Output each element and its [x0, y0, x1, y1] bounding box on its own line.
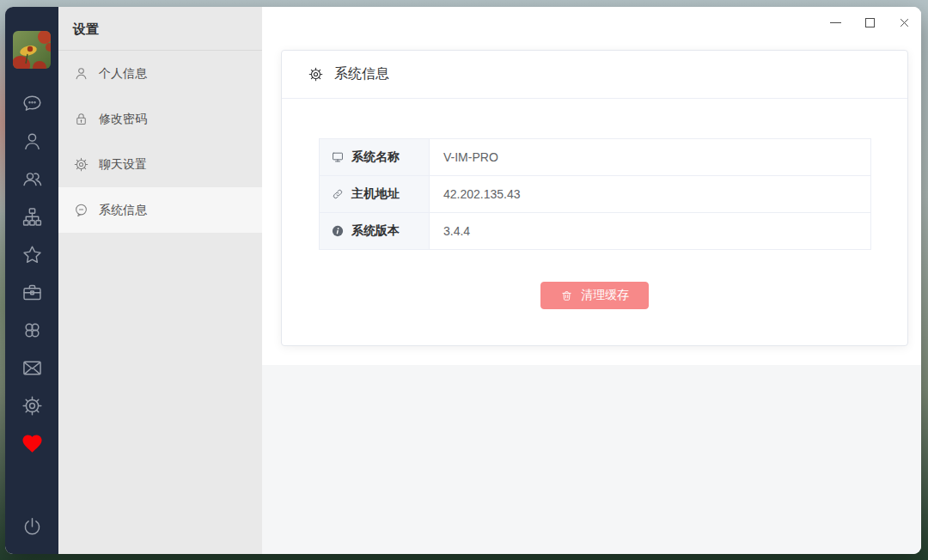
- monitor-icon: [331, 150, 345, 164]
- nav-rail: [5, 7, 58, 554]
- sidebar-item-personal-info[interactable]: 个人信息: [58, 51, 262, 96]
- org-tree-icon[interactable]: [13, 198, 51, 235]
- table-row: 主机地址 42.202.135.43: [320, 176, 870, 213]
- system-info-table: 系统名称 V-IM-PRO 主机地址 42.202.135.43 系统版本: [319, 138, 871, 250]
- sidebar-item-system-info[interactable]: 系统信息: [58, 187, 262, 233]
- maximize-button[interactable]: [863, 15, 876, 29]
- workspace-briefcase-icon[interactable]: [13, 273, 51, 311]
- lock-icon: [73, 111, 89, 127]
- table-row: 系统名称 V-IM-PRO: [320, 139, 870, 176]
- settings-gear-icon[interactable]: [13, 387, 51, 424]
- contacts-icon[interactable]: [13, 122, 51, 160]
- apps-icon[interactable]: [13, 311, 51, 349]
- clear-cache-button[interactable]: 清理缓存: [540, 282, 649, 309]
- button-row: 清理缓存: [282, 282, 907, 309]
- mail-icon[interactable]: [13, 349, 51, 387]
- row-label-cell: 主机地址: [320, 176, 430, 212]
- groups-icon[interactable]: [13, 160, 51, 198]
- favorites-star-icon[interactable]: [13, 235, 51, 273]
- app-window: 设置 个人信息 修改密码 聊天设置 系统信息 系统信息: [5, 7, 921, 554]
- sidebar-item-label: 修改密码: [99, 112, 147, 127]
- row-value: 42.202.135.43: [430, 176, 870, 212]
- power-icon[interactable]: [13, 508, 51, 545]
- avatar-image: [13, 31, 51, 69]
- clear-cache-label: 清理缓存: [581, 288, 629, 303]
- window-controls: [828, 15, 911, 29]
- sidebar-item-label: 个人信息: [99, 66, 147, 82]
- card-header: 系统信息: [282, 51, 907, 99]
- gear-icon: [73, 156, 89, 173]
- minimize-button[interactable]: [828, 15, 842, 29]
- user-icon: [73, 65, 89, 82]
- close-button[interactable]: [897, 15, 911, 29]
- main-content: 系统信息 系统名称 V-IM-PRO 主机地址 42.202.135.43: [262, 7, 921, 554]
- avatar[interactable]: [13, 31, 51, 69]
- sidebar-item-chat-settings[interactable]: 聊天设置: [58, 142, 262, 187]
- heart-icon[interactable]: [13, 424, 51, 462]
- sidebar-item-label: 聊天设置: [99, 157, 147, 173]
- row-value: V-IM-PRO: [430, 139, 870, 175]
- link-icon: [331, 187, 345, 201]
- chat-icon[interactable]: [13, 84, 51, 122]
- info-icon: [331, 224, 345, 238]
- comment-icon: [73, 202, 89, 218]
- minimize-icon: [830, 22, 841, 23]
- close-icon: [899, 17, 910, 28]
- sidebar-title: 设置: [58, 7, 262, 51]
- rail-nav: [13, 84, 51, 462]
- row-label-cell: 系统版本: [320, 213, 430, 249]
- system-info-card: 系统信息 系统名称 V-IM-PRO 主机地址 42.202.135.43: [281, 50, 908, 346]
- row-value: 3.4.4: [430, 213, 870, 249]
- gear-icon: [308, 66, 324, 82]
- trash-icon: [560, 289, 573, 302]
- maximize-icon: [865, 18, 875, 27]
- row-label: 主机地址: [351, 186, 400, 202]
- row-label: 系统版本: [351, 223, 400, 239]
- row-label-cell: 系统名称: [320, 139, 430, 175]
- table-row: 系统版本 3.4.4: [320, 213, 870, 250]
- sidebar-item-label: 系统信息: [99, 203, 147, 218]
- card-title: 系统信息: [334, 65, 389, 83]
- row-label: 系统名称: [351, 149, 400, 165]
- sidebar-item-change-password[interactable]: 修改密码: [58, 96, 262, 142]
- settings-sidebar: 设置 个人信息 修改密码 聊天设置 系统信息: [58, 7, 262, 554]
